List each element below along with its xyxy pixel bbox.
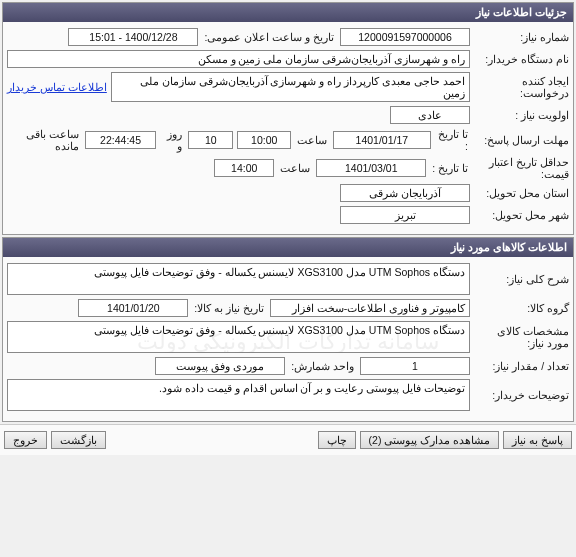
label-days-and: روز و: [160, 128, 184, 152]
label-response-deadline: مهلت ارسال پاسخ:: [474, 134, 569, 146]
back-button[interactable]: بازگشت: [51, 431, 106, 449]
field-city: تبریز: [340, 206, 470, 224]
field-remain-time: 22:44:45: [85, 131, 156, 149]
label-need-desc: شرح کلی نیاز:: [474, 273, 569, 285]
label-need-number: شماره نیاز:: [474, 31, 569, 43]
label-goods-group: گروه کالا:: [474, 302, 569, 314]
field-remain-days: 10: [188, 131, 233, 149]
label-province: استان محل تحویل:: [474, 187, 569, 199]
field-qty: 1: [360, 357, 470, 375]
field-province: آذربایجان شرقی: [340, 184, 470, 202]
exit-button[interactable]: خروج: [4, 431, 47, 449]
field-deadline-date: 1401/01/17: [333, 131, 431, 149]
field-validity-time: 14:00: [214, 159, 274, 177]
goods-info-header: اطلاعات کالاهای مورد نیاز: [3, 238, 573, 257]
field-goods-spec: دستگاه UTM Sophos مدل XGS3100 لایسنس یکس…: [7, 321, 470, 353]
field-count-unit: موردی وفق پیوست: [155, 357, 285, 375]
field-priority: عادی: [390, 106, 470, 124]
label-buyer-notes: توضیحات خریدار:: [474, 389, 569, 401]
label-count-unit: واحد شمارش:: [289, 360, 356, 372]
label-to-date-1: تا تاریخ :: [435, 128, 470, 152]
label-city: شهر محل تحویل:: [474, 209, 569, 221]
field-request-creator: احمد حاجی معبدی کارپرداز راه و شهرسازی آ…: [111, 72, 470, 102]
field-goods-group: کامپیوتر و فناوری اطلاعات-سخت افزار: [270, 299, 470, 317]
respond-button[interactable]: پاسخ به نیاز: [503, 431, 572, 449]
label-announce-datetime: تاریخ و ساعت اعلان عمومی:: [202, 31, 336, 43]
label-at-time-2: ساعت: [278, 162, 312, 174]
field-validity-date: 1401/03/01: [316, 159, 426, 177]
field-need-date: 1401/01/20: [78, 299, 188, 317]
label-at-time-1: ساعت: [295, 134, 329, 146]
field-need-desc: دستگاه UTM Sophos مدل XGS3100 لایسنس یکس…: [7, 263, 470, 295]
need-info-header: جزئیات اطلاعات نیاز: [3, 3, 573, 22]
goods-info-panel: اطلاعات کالاهای مورد نیاز شرح کلی نیاز: …: [2, 237, 574, 422]
buyer-contact-link[interactable]: اطلاعات تماس خریدار: [7, 81, 107, 93]
field-buyer-notes: توضیحات فایل پیوستی رعایت و بر آن اساس ا…: [7, 379, 470, 411]
label-price-validity: حداقل تاریخ اعتبار قیمت:: [474, 156, 569, 180]
label-request-creator: ایجاد کننده درخواست:: [474, 75, 569, 99]
goods-info-body: شرح کلی نیاز: دستگاه UTM Sophos مدل XGS3…: [3, 257, 573, 421]
need-info-panel: جزئیات اطلاعات نیاز شماره نیاز: 12000915…: [2, 2, 574, 235]
label-qty: تعداد / مقدار نیاز:: [474, 360, 569, 372]
field-deadline-time: 10:00: [237, 131, 291, 149]
field-buyer-org: راه و شهرسازی آذربایجان‌شرقی سازمان ملی …: [7, 50, 470, 68]
label-to-date-2: تا تاریخ :: [430, 162, 470, 174]
need-info-body: شماره نیاز: 1200091597000006 تاریخ و ساع…: [3, 22, 573, 234]
field-need-number: 1200091597000006: [340, 28, 470, 46]
label-priority: اولویت نیاز :: [474, 109, 569, 121]
view-attachments-button[interactable]: مشاهده مدارک پیوستی (2): [360, 431, 500, 449]
print-button[interactable]: چاپ: [318, 431, 356, 449]
label-buyer-org: نام دستگاه خریدار:: [474, 53, 569, 65]
label-need-date: تاریخ نیاز به کالا:: [192, 302, 266, 314]
label-hours-remaining: ساعت باقی مانده: [7, 128, 81, 152]
bottom-toolbar: پاسخ به نیاز مشاهده مدارک پیوستی (2) چاپ…: [0, 424, 576, 455]
label-goods-spec: مشخصات کالای مورد نیاز:: [474, 325, 569, 349]
field-announce-datetime: 1400/12/28 - 15:01: [68, 28, 198, 46]
